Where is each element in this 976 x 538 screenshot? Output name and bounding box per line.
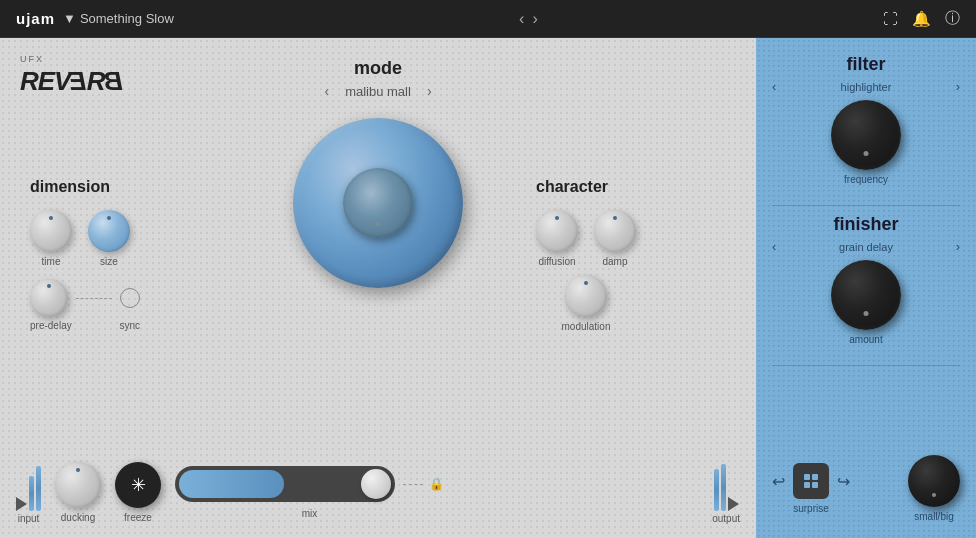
mix-slider-thumb (361, 469, 391, 499)
predelay-row (30, 279, 140, 317)
output-label: output (712, 513, 740, 524)
preset-selector[interactable]: ▼ Something Slow (63, 11, 174, 26)
ducking-knob[interactable] (55, 462, 101, 508)
mode-next-button[interactable]: › (427, 83, 432, 99)
small-big-label: small/big (914, 511, 953, 522)
filter-knob-area: frequency (772, 100, 960, 185)
svg-rect-2 (804, 482, 810, 488)
prev-preset-button[interactable]: ‹ (519, 10, 524, 28)
diffusion-knob[interactable] (536, 210, 578, 252)
small-big-indicator (932, 493, 936, 497)
filter-prev-button[interactable]: ‹ (772, 79, 776, 94)
logo-ufx: UFX (20, 54, 122, 64)
ducking-label: ducking (61, 512, 95, 523)
modulation-indicator (584, 281, 588, 285)
damp-knob-group: damp (594, 210, 636, 267)
ducking-indicator (76, 468, 80, 472)
svg-rect-0 (804, 474, 810, 480)
output-meter (714, 461, 739, 511)
right-bottom-controls: ↩ ↪ surprise s (772, 447, 960, 522)
dimension-knob-row: time size (30, 210, 140, 267)
mix-slider-fill (179, 470, 284, 498)
size-knob[interactable] (88, 210, 130, 252)
bottom-row: input ducking ✳ freeze (0, 461, 756, 524)
mode-prev-button[interactable]: ‹ (324, 83, 329, 99)
freeze-button[interactable]: ✳ (115, 462, 161, 508)
logo-reverb: REVERB (20, 66, 122, 97)
freeze-group: ✳ freeze (115, 462, 161, 523)
topbar: ujam ▼ Something Slow ‹ › ⛶ 🔔 ⓘ (0, 0, 976, 38)
preset-nav: ‹ › (519, 10, 538, 28)
brand-label: ujam (16, 10, 55, 27)
predelay-dotted-line (76, 298, 112, 299)
output-bar-1 (714, 469, 719, 512)
redo-button[interactable]: ↪ (837, 472, 850, 491)
finisher-knob-area: amount (772, 260, 960, 345)
freeze-label: freeze (124, 512, 152, 523)
surprise-group: ↩ ↪ surprise (772, 463, 850, 514)
time-knob-group: time (30, 210, 72, 267)
next-preset-button[interactable]: › (532, 10, 537, 28)
main-knob[interactable] (293, 118, 463, 288)
finisher-knob-label: amount (849, 334, 882, 345)
diffusion-indicator (555, 216, 559, 220)
damp-indicator (613, 216, 617, 220)
topbar-icons: ⛶ 🔔 ⓘ (883, 9, 960, 28)
size-knob-group: size (88, 210, 130, 267)
logo: UFX REVERB (20, 54, 122, 97)
main-knob-inner (343, 168, 413, 238)
damp-label: damp (602, 256, 627, 267)
filter-section: filter ‹ highlighter › frequency (772, 54, 960, 185)
output-meter-container: output (712, 461, 740, 524)
finisher-section: finisher ‹ grain delay › amount (772, 214, 960, 345)
mode-section: mode ‹ malibu mall › (324, 58, 431, 99)
predelay-knob[interactable] (30, 279, 68, 317)
size-knob-indicator (107, 216, 111, 220)
info-icon[interactable]: ⓘ (945, 9, 960, 28)
finisher-prev-button[interactable]: ‹ (772, 239, 776, 254)
character-label: character (536, 178, 636, 196)
finisher-next-button[interactable]: › (956, 239, 960, 254)
surprise-button[interactable] (793, 463, 829, 499)
small-big-knob[interactable] (908, 455, 960, 507)
filter-knob-indicator (864, 151, 869, 156)
input-meter-container: input (16, 461, 41, 524)
predelay-label: pre-delay (30, 320, 72, 331)
filter-knob-label: frequency (844, 174, 888, 185)
finisher-nav: ‹ grain delay › (772, 239, 960, 254)
surprise-icon (802, 472, 820, 490)
filter-next-button[interactable]: › (956, 79, 960, 94)
output-play-icon (728, 497, 739, 511)
filter-frequency-knob[interactable] (831, 100, 901, 170)
topbar-left: ujam ▼ Something Slow (16, 10, 174, 27)
size-label: size (100, 256, 118, 267)
mode-nav: ‹ malibu mall › (324, 83, 431, 99)
freeze-icon: ✳ (131, 474, 146, 496)
sync-label: sync (119, 320, 140, 331)
sync-button[interactable] (120, 288, 140, 308)
surprise-label: surprise (793, 503, 829, 514)
small-big-group: small/big (908, 455, 960, 522)
bell-icon[interactable]: 🔔 (912, 10, 931, 28)
modulation-knob[interactable] (565, 275, 607, 317)
filter-label: filter (772, 54, 960, 75)
screen-icon[interactable]: ⛶ (883, 10, 898, 27)
undo-button[interactable]: ↩ (772, 472, 785, 491)
filter-nav: ‹ highlighter › (772, 79, 960, 94)
input-meter (16, 461, 41, 511)
lock-icon[interactable]: 🔒 (429, 477, 444, 491)
svg-rect-3 (812, 482, 818, 488)
time-knob-indicator (49, 216, 53, 220)
finisher-knob-indicator (864, 311, 869, 316)
time-knob[interactable] (30, 210, 72, 252)
modulation-knob-group: modulation (562, 275, 611, 332)
dimension-section: dimension time size (30, 178, 140, 331)
damp-knob[interactable] (594, 210, 636, 252)
modulation-row: modulation (536, 275, 636, 332)
mix-slider[interactable] (175, 466, 395, 502)
character-knob-row: diffusion damp (536, 210, 636, 267)
input-bar-2 (36, 466, 41, 511)
finisher-amount-knob[interactable] (831, 260, 901, 330)
preset-arrow: ▼ (63, 11, 76, 26)
panel-divider (772, 205, 960, 206)
